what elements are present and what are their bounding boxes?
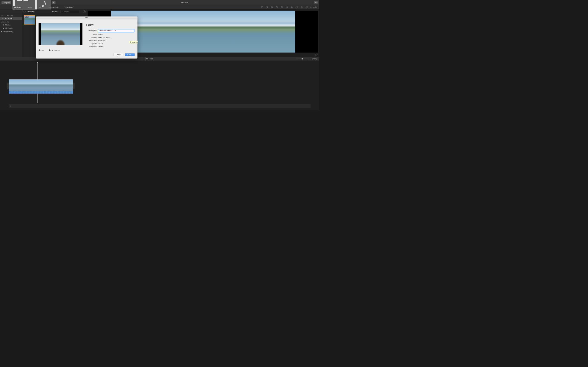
dropdown-arrows-icon: ▴▾ xyxy=(111,37,111,38)
description-input[interactable] xyxy=(98,29,134,32)
quality-label: Quality: xyxy=(86,43,98,44)
next-button[interactable]: Next… xyxy=(125,53,135,56)
clock-icon xyxy=(39,49,41,51)
file-icon xyxy=(49,49,51,51)
compress-dropdown[interactable]: Faster ▴▾ xyxy=(98,46,134,48)
dropdown-arrows-icon: ▴▾ xyxy=(106,40,107,41)
export-dialog: File 16s 14.8 MB est. Lak xyxy=(36,17,138,59)
format-dropdown[interactable]: Video and Audio ▴▾ xyxy=(98,36,134,38)
compress-label: Compress: xyxy=(86,46,98,48)
description-label: Description: xyxy=(86,30,98,32)
cancel-button[interactable]: Cancel xyxy=(113,53,123,56)
dialog-title: File xyxy=(36,17,138,19)
export-title: Lake xyxy=(86,23,134,27)
resolution-tooltip: Choose the video resolution xyxy=(129,41,137,44)
duration-info: 16s xyxy=(39,49,44,51)
resolution-label: Resolution: xyxy=(86,40,98,42)
dropdown-arrows-icon: ▴▾ xyxy=(103,43,103,44)
format-label: Format: xyxy=(86,36,98,38)
filesize-info: 14.8 MB est. xyxy=(49,49,61,51)
dropdown-arrows-icon: ▴▾ xyxy=(104,46,104,48)
tags-label: Tags: xyxy=(86,33,98,35)
dialog-overlay: File 16s 14.8 MB est. Lak xyxy=(0,0,319,199)
export-preview xyxy=(39,23,82,45)
tags-value[interactable]: iMovie xyxy=(98,33,134,35)
